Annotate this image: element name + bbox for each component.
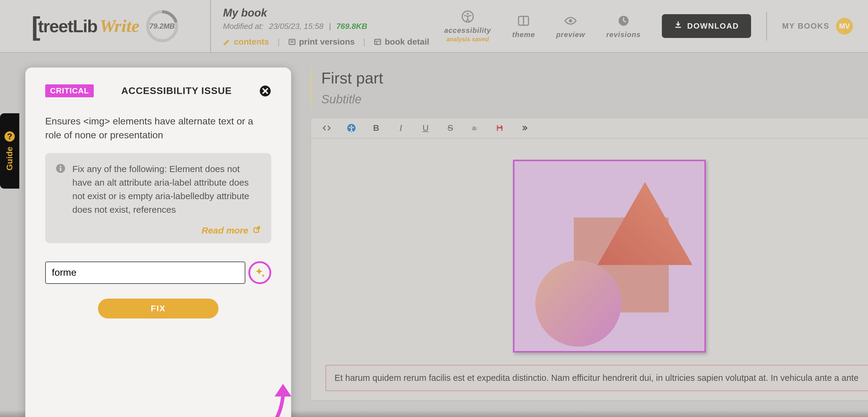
book-size: 769.8KB: [336, 22, 367, 31]
user-area: MY BOOKS MV: [766, 12, 868, 41]
tb-underline[interactable]: U: [420, 123, 431, 133]
svg-rect-16: [498, 125, 501, 127]
tb-bold[interactable]: B: [371, 123, 381, 133]
book-meta: My book Modified at: 23/05/23, 15:58 | 7…: [211, 0, 444, 52]
edit-icon: [223, 38, 231, 46]
action-accessibility[interactable]: accessibility analysis saved: [444, 9, 491, 43]
modified-date: 23/05/23, 15:58: [269, 22, 323, 31]
info-icon: [56, 163, 66, 173]
download-button[interactable]: DOWNLOAD: [662, 14, 751, 38]
ai-suggest-button[interactable]: [248, 261, 271, 284]
book-subline: Modified at: 23/05/23, 15:58 | 769.8KB: [223, 22, 432, 31]
svg-rect-5: [375, 39, 381, 44]
storage-gauge: 79.2MB: [146, 10, 179, 43]
separator: |: [329, 22, 331, 31]
svg-point-15: [351, 125, 352, 127]
brand-box: [treetLib Write 79.2MB: [0, 0, 211, 52]
brand-write: Write: [99, 16, 139, 36]
close-icon[interactable]: [259, 85, 271, 97]
svg-rect-17: [498, 128, 501, 131]
alt-text-input[interactable]: [45, 261, 245, 284]
tab-detail[interactable]: book detail: [374, 37, 429, 47]
part-title[interactable]: First part: [321, 69, 868, 87]
tab-print-label: print versions: [299, 37, 355, 47]
severity-badge: CRITICAL: [45, 84, 94, 97]
action-preview[interactable]: preview: [556, 13, 585, 39]
download-label: DOWNLOAD: [687, 22, 739, 31]
svg-point-21: [535, 261, 621, 347]
book-tabs: contents | print versions | book detail: [223, 37, 432, 47]
action-theme-label: theme: [512, 30, 535, 39]
tb-save-icon[interactable]: [494, 123, 505, 133]
accessibility-icon: [461, 9, 475, 24]
svg-point-9: [467, 13, 468, 15]
tab-print[interactable]: print versions: [288, 37, 355, 47]
clock-icon: [616, 13, 631, 28]
svg-rect-25: [60, 167, 61, 171]
eye-icon: [563, 13, 578, 28]
tb-more-icon[interactable]: [519, 123, 530, 133]
download-icon: [674, 21, 682, 31]
brand-mark: [treetLib: [31, 16, 97, 36]
action-revisions[interactable]: revisions: [607, 13, 641, 39]
modified-label: Modified at:: [223, 22, 264, 31]
read-more-link[interactable]: Read more: [56, 225, 261, 236]
panel-footer: 2/2: [45, 415, 271, 417]
body-paragraph[interactable]: Et harum quidem rerum facilis est et exp…: [326, 365, 868, 391]
hint-arrow-icon: [236, 375, 297, 417]
external-link-icon: [253, 225, 261, 236]
panel-title: ACCESSIBILITY ISSUE: [104, 85, 249, 96]
page-current: 2: [199, 415, 205, 417]
alt-input-row: [45, 261, 271, 284]
separator: |: [363, 37, 365, 47]
read-more-label: Read more: [202, 225, 248, 236]
book-title: My book: [223, 7, 432, 19]
tb-accessibility-icon[interactable]: [346, 123, 357, 133]
tb-italic[interactable]: I: [396, 123, 406, 133]
part-block: First part Subtitle: [310, 68, 868, 109]
svg-point-12: [569, 19, 572, 22]
accessibility-issue-panel: CRITICAL ACCESSIBILITY ISSUE Ensures <im…: [25, 67, 291, 417]
avatar[interactable]: MV: [836, 18, 853, 35]
brand-logo[interactable]: [treetLib Write: [31, 16, 139, 36]
guide-label: Guide: [5, 147, 14, 170]
pager: 2/2: [45, 415, 214, 417]
tb-strike[interactable]: S: [445, 123, 456, 133]
part-subtitle[interactable]: Subtitle: [321, 93, 868, 106]
storage-gauge-text: 79.2MB: [146, 10, 179, 43]
editor-canvas[interactable]: Et harum quidem rerum facilis est et exp…: [310, 138, 868, 401]
panel-header: CRITICAL ACCESSIBILITY ISSUE: [45, 84, 271, 97]
action-accessibility-sub: analysis saved: [446, 36, 489, 43]
fix-info-text: Fix any of the following: Element does n…: [72, 162, 261, 216]
tab-contents-label: contents: [234, 37, 269, 47]
theme-icon: [516, 13, 531, 28]
tb-fontsize[interactable]: a↕: [470, 123, 480, 133]
fix-button[interactable]: FIX: [98, 298, 218, 318]
my-books-link[interactable]: MY BOOKS: [782, 22, 830, 31]
panel-description: Ensures <img> elements have alternate te…: [45, 114, 271, 142]
editor-toolbar: B I U S a↕: [310, 118, 868, 138]
separator: |: [278, 37, 280, 47]
tab-detail-label: book detail: [384, 37, 429, 47]
tb-code-icon[interactable]: [321, 123, 332, 133]
help-icon: ?: [4, 131, 15, 141]
page-total: /2: [205, 415, 214, 417]
svg-point-24: [60, 165, 61, 167]
grid-icon: [374, 38, 381, 46]
tab-contents[interactable]: contents: [223, 37, 269, 47]
list-icon: [288, 38, 296, 46]
selected-image[interactable]: [513, 160, 706, 353]
action-preview-label: preview: [556, 30, 585, 39]
action-theme[interactable]: theme: [512, 13, 535, 39]
action-accessibility-label: accessibility: [444, 26, 491, 35]
fix-info-box: Fix any of the following: Element does n…: [45, 153, 271, 243]
guide-tab[interactable]: Guide ?: [0, 113, 19, 189]
action-revisions-label: revisions: [607, 30, 641, 39]
editor: First part Subtitle B I U S a↕ Et harum: [310, 68, 868, 401]
top-actions: accessibility analysis saved theme previ…: [444, 0, 766, 52]
